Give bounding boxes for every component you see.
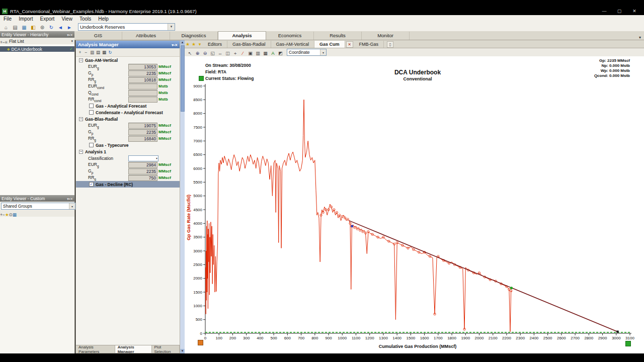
fit-icon[interactable]: ◫	[224, 50, 231, 57]
value-input[interactable]: 750	[128, 175, 157, 181]
back-icon[interactable]: ◄	[56, 24, 64, 31]
checkbox[interactable]: ✓	[89, 182, 94, 187]
star-icon[interactable]: ★	[191, 41, 197, 48]
tab-diagnostics[interactable]: Diagnostics	[170, 32, 218, 40]
scroll-up-icon[interactable]: ▲	[180, 40, 185, 45]
autoscale-icon[interactable]	[625, 341, 631, 346]
star-icon[interactable]: ★	[185, 41, 191, 48]
collapse-icon[interactable]: −	[79, 150, 83, 154]
analysis-section-gas-am-vertical[interactable]: −Gas-AM-Vertical	[76, 57, 180, 63]
close-icon[interactable]: ✕	[175, 43, 178, 47]
chevron-down-icon[interactable]: ▾	[69, 203, 75, 209]
coordinate-combo[interactable]: Coordinate ▾	[287, 49, 327, 56]
plot-tab-fmb-gas[interactable]: FMB-Gas	[354, 41, 384, 48]
chevron-down-icon[interactable]: ▾	[197, 41, 203, 48]
color-icon[interactable]: ◩	[277, 50, 284, 57]
menu-export[interactable]: Export	[36, 16, 58, 22]
tab-analysis[interactable]: Analysis	[218, 31, 266, 40]
curve-row-gas-typecurve[interactable]: Gas - Typecurve	[76, 142, 180, 148]
bottom-tab-plot-selection[interactable]: Plot Selection	[152, 345, 180, 353]
checkbox[interactable]	[89, 104, 94, 108]
plot-tab-editors[interactable]: Editors	[203, 41, 227, 48]
close-tab-icon[interactable]: ✕	[346, 41, 353, 48]
grid-icon[interactable]: ▦	[262, 50, 269, 57]
menu-import[interactable]: Import	[15, 16, 36, 22]
scroll-down-icon[interactable]: ▼	[180, 349, 185, 353]
refresh-icon[interactable]: ↻	[107, 50, 113, 55]
tab-economics[interactable]: Economics	[266, 32, 314, 40]
reserves-combo[interactable]: Underbook Reserves ▾	[78, 23, 175, 31]
menu-help[interactable]: Help	[95, 16, 112, 22]
pan-icon[interactable]: ↔	[216, 50, 224, 57]
gears-icon[interactable]: ⊛	[38, 24, 46, 31]
zoom-out-icon[interactable]: ⊖	[201, 50, 209, 57]
curve-row-gas-analytical-forecast[interactable]: Gas - Analytical Forecast	[76, 103, 180, 109]
home-icon[interactable]: ⌂	[2, 24, 10, 31]
plot-tab-gas-cum[interactable]: Gas Cum	[314, 41, 345, 48]
value-input[interactable]	[128, 83, 157, 89]
entity-item-dca-underbook[interactable]: ◆ DCA Underbook ✓	[0, 46, 74, 52]
menu-view[interactable]: View	[58, 16, 76, 22]
zoom-in-icon[interactable]: ⊕	[194, 50, 201, 57]
checkbox[interactable]	[89, 110, 94, 115]
chevron-down-icon[interactable]: ▾	[168, 24, 175, 30]
chart-canvas[interactable]: 0500100015002000250030003500400045005000…	[185, 56, 644, 353]
chevron-down-icon[interactable]: ▾	[320, 49, 326, 55]
annotate-icon[interactable]: A	[269, 50, 277, 57]
database-icon[interactable]: ▤	[11, 24, 19, 31]
value-input[interactable]: 2235	[128, 129, 157, 135]
chevron-down-icon[interactable]: ▾	[639, 35, 641, 40]
menu-file[interactable]: File	[0, 16, 15, 22]
line-icon[interactable]: ∕	[239, 50, 247, 57]
axis-lock-icon[interactable]	[198, 340, 203, 345]
chevron-down-icon[interactable]: ▾	[71, 39, 73, 43]
report-icon[interactable]: ▤	[95, 50, 101, 55]
copy-icon[interactable]: ▥	[254, 50, 262, 57]
copy-icon[interactable]: ▥	[89, 50, 95, 55]
add-icon[interactable]: +	[77, 50, 83, 55]
flat-list-label[interactable]: Flat List	[9, 39, 24, 44]
menu-tools[interactable]: Tools	[76, 16, 95, 22]
close-icon[interactable]: ✕	[70, 33, 73, 37]
zoom-window-icon[interactable]: ◱	[209, 50, 216, 57]
hierarchy-icon[interactable]: ≡	[5, 40, 8, 45]
analysis-section-gas-blas-radial[interactable]: −Gas-Blas-Radial	[76, 116, 180, 122]
checkbox[interactable]	[89, 143, 94, 147]
collapse-icon[interactable]: −	[79, 117, 83, 121]
plot-tab-gas-blas-radial[interactable]: Gas-Blas-Radial	[227, 41, 271, 48]
value-input[interactable]: 19075	[128, 123, 157, 129]
classification-select[interactable]: ▾	[128, 155, 158, 161]
forward-icon[interactable]: ►	[65, 24, 73, 31]
tab-gis[interactable]: GIS	[74, 32, 122, 40]
print-icon[interactable]: ▣	[247, 50, 254, 57]
value-input[interactable]	[128, 90, 157, 96]
remove-icon[interactable]: −	[83, 50, 89, 55]
analysis-manager-scrollbar[interactable]: ▲ ▼	[180, 40, 185, 353]
minimize-button[interactable]: —	[601, 9, 608, 14]
tab-attributes[interactable]: Attributes	[122, 32, 170, 40]
columns-icon[interactable]: ▦	[101, 50, 107, 55]
plot-tab-gas-am-vertical[interactable]: Gas-AM-Vertical	[271, 41, 315, 48]
search-icon[interactable]: ⊙	[9, 212, 13, 217]
bottom-tab-analysis-manager[interactable]: Analysis Manager	[115, 345, 152, 353]
curve-row-gas-decline-rc[interactable]: ✓Gas - Decline (RC)	[76, 181, 180, 188]
close-button[interactable]: ✕	[631, 9, 638, 14]
close-icon[interactable]: ✕	[70, 197, 73, 201]
value-input[interactable]: 2984	[128, 162, 157, 168]
analysis-section-analysis-1[interactable]: −Analysis 1	[76, 148, 180, 155]
value-input[interactable]: 16840	[128, 136, 157, 142]
favorite-icon[interactable]: ★	[5, 212, 9, 217]
value-input[interactable]: 10818	[128, 77, 157, 83]
table-icon[interactable]: ▦	[20, 24, 28, 31]
palette-icon[interactable]: ◧	[29, 24, 37, 31]
tab-monitor[interactable]: Monitor	[362, 32, 410, 40]
scrollbar-thumb[interactable]	[181, 45, 185, 112]
value-input[interactable]: 2235	[128, 168, 157, 174]
new-plot-icon[interactable]: ▯	[387, 41, 393, 48]
sync-icon[interactable]: ↻	[47, 24, 55, 31]
select-icon[interactable]: ↖	[186, 50, 194, 57]
table-icon[interactable]: ▦	[13, 212, 17, 217]
tab-results[interactable]: Results	[314, 32, 362, 40]
value-input[interactable]	[128, 97, 157, 103]
collapse-icon[interactable]: −	[79, 58, 83, 62]
